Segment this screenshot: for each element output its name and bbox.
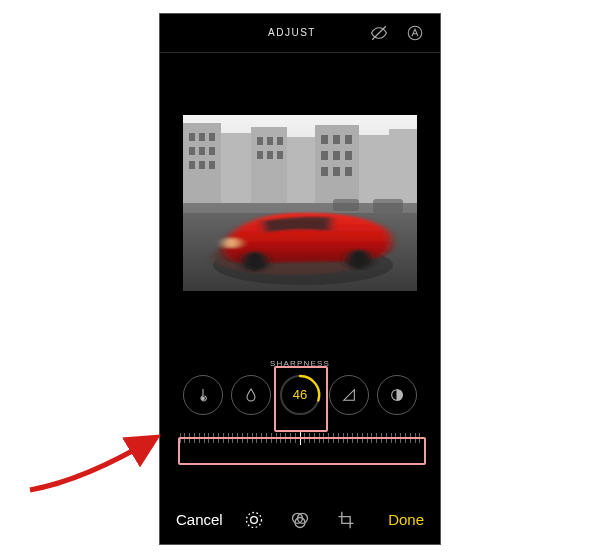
- photo-preview[interactable]: [183, 115, 417, 291]
- adjustment-option-tint[interactable]: [231, 375, 271, 415]
- svg-rect-21: [209, 161, 215, 169]
- svg-rect-34: [321, 167, 328, 176]
- mode-filters-icon[interactable]: [290, 510, 310, 530]
- svg-rect-25: [257, 151, 263, 159]
- adjustment-option-sharpness-active[interactable]: 46: [279, 374, 321, 416]
- bottom-bar: Cancel Done: [160, 496, 440, 544]
- phone-screen: ADJUST: [160, 14, 440, 544]
- svg-rect-22: [257, 137, 263, 145]
- svg-rect-26: [267, 151, 273, 159]
- adjustment-value: 46: [279, 374, 321, 416]
- svg-rect-14: [199, 133, 205, 141]
- svg-point-43: [223, 238, 239, 248]
- slider-ruler[interactable]: [176, 426, 424, 450]
- done-button[interactable]: Done: [388, 511, 424, 528]
- svg-rect-8: [359, 135, 389, 205]
- svg-rect-44: [373, 199, 403, 213]
- svg-rect-36: [345, 167, 352, 176]
- adjustment-option-noise-reduction[interactable]: [377, 375, 417, 415]
- svg-point-49: [251, 516, 258, 523]
- cancel-button[interactable]: Cancel: [176, 511, 223, 528]
- photo-preview-area: [160, 53, 440, 353]
- mode-adjust-icon[interactable]: [244, 510, 264, 530]
- editor-header: ADJUST: [160, 14, 440, 53]
- svg-rect-20: [199, 161, 205, 169]
- svg-rect-4: [221, 133, 251, 205]
- svg-rect-45: [333, 199, 359, 211]
- svg-rect-30: [345, 135, 352, 144]
- svg-rect-15: [209, 133, 215, 141]
- svg-rect-32: [333, 151, 340, 160]
- hide-show-icon[interactable]: [370, 24, 388, 42]
- auto-enhance-icon[interactable]: [406, 24, 424, 42]
- svg-point-41: [241, 251, 269, 271]
- svg-rect-24: [277, 137, 283, 145]
- svg-rect-16: [189, 147, 195, 155]
- adjustment-dial-row[interactable]: 46: [160, 374, 440, 416]
- svg-point-42: [345, 249, 373, 269]
- adjustment-label: SHARPNESS: [160, 359, 440, 368]
- adjustment-option-warmth[interactable]: [183, 375, 223, 415]
- svg-rect-6: [287, 137, 315, 205]
- svg-rect-27: [277, 151, 283, 159]
- annotation-arrow-icon: [25, 430, 175, 500]
- svg-rect-28: [321, 135, 328, 144]
- svg-rect-9: [389, 129, 417, 205]
- svg-point-46: [202, 397, 205, 400]
- adjustment-option-definition[interactable]: [329, 375, 369, 415]
- svg-rect-17: [199, 147, 205, 155]
- svg-rect-23: [267, 137, 273, 145]
- svg-rect-33: [345, 151, 352, 160]
- svg-rect-31: [321, 151, 328, 160]
- header-title: ADJUST: [232, 27, 352, 38]
- svg-rect-35: [333, 167, 340, 176]
- svg-point-50: [247, 512, 262, 527]
- mode-crop-icon[interactable]: [336, 510, 356, 530]
- svg-rect-29: [333, 135, 340, 144]
- svg-rect-13: [189, 133, 195, 141]
- svg-rect-19: [189, 161, 195, 169]
- svg-rect-18: [209, 147, 215, 155]
